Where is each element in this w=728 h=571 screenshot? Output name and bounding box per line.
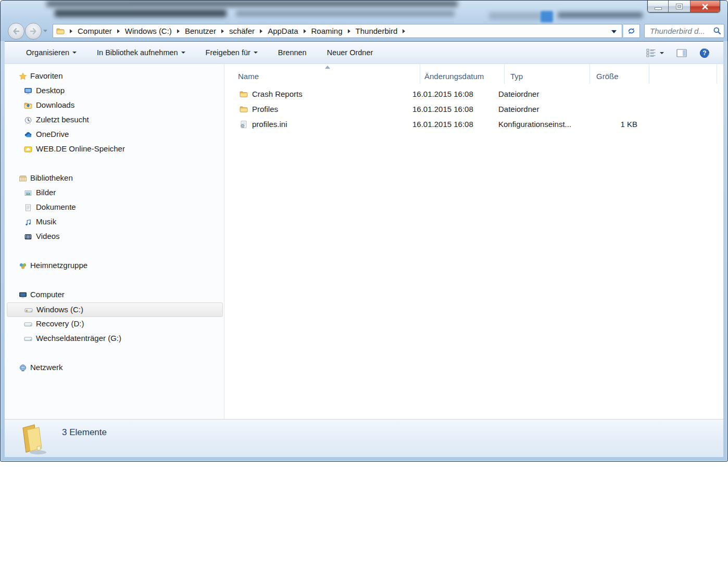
sidebar-item-videos[interactable]: Videos <box>5 230 224 244</box>
sidebar-item-dokumente[interactable]: Dokumente <box>5 200 224 215</box>
sidebar-item-wechseldatenträger-g-[interactable]: Wechseldatenträger (G:) <box>5 332 224 346</box>
breadcrumb-item[interactable]: schäfer <box>228 27 256 35</box>
blurred-background-text <box>558 12 643 18</box>
breadcrumb-item[interactable]: AppData <box>267 27 299 35</box>
computer-icon <box>19 291 27 299</box>
sidebar-item-windows-c-[interactable]: Windows (C:) <box>7 302 223 317</box>
column-header-größe[interactable]: Größe <box>590 64 649 84</box>
sidebar-item-desktop[interactable]: Desktop <box>5 84 224 98</box>
sidebar-section-gap <box>5 273 224 288</box>
sidebar-item-label: Zuletzt besucht <box>36 115 89 124</box>
sidebar-item-onedrive[interactable]: OneDrive <box>5 128 224 142</box>
maximize-button[interactable] <box>669 1 691 12</box>
preview-pane-icon <box>676 48 687 58</box>
sidebar-item-label: Bibliotheken <box>30 173 73 182</box>
history-dropdown-icon[interactable] <box>43 30 47 32</box>
change-view-button[interactable] <box>646 48 664 58</box>
sidebar-item-label: Videos <box>36 232 60 240</box>
search-icon[interactable] <box>713 27 722 35</box>
titlebar[interactable]: ComputerWindows (C:)BenutzerschäferAppDa… <box>1 1 727 41</box>
sidebar-item-label: Dokumente <box>36 202 76 211</box>
file-name: Crash Reports <box>252 90 303 98</box>
toolbar-item[interactable]: Brennen <box>275 46 310 59</box>
column-header-typ[interactable]: Typ <box>505 64 590 84</box>
file-rows: Crash Reports16.01.2015 16:08Dateiordner… <box>225 87 723 132</box>
libraries-icon <box>19 174 27 183</box>
dropdown-caret-icon <box>72 52 77 54</box>
search-input[interactable] <box>649 26 713 36</box>
breadcrumb-separator-icon <box>304 29 306 33</box>
breadcrumb-item[interactable]: Windows (C:) <box>124 27 173 35</box>
sidebar-item-label: Heimnetzgruppe <box>30 261 87 270</box>
sidebar-item-musik[interactable]: Musik <box>5 215 224 230</box>
column-headers: NameÄnderungsdatumTypGröße <box>225 64 723 84</box>
webde-cloud-icon <box>24 145 32 154</box>
back-button[interactable] <box>8 23 24 40</box>
file-name: Profiles <box>252 105 278 113</box>
breadcrumb-separator-icon <box>177 29 180 33</box>
breadcrumb-separator-icon <box>260 29 262 33</box>
breadcrumb-item[interactable]: Computer <box>77 27 113 35</box>
change-view-dropdown-icon <box>660 52 664 54</box>
drive-removable-icon <box>24 335 32 343</box>
breadcrumb-item[interactable]: Roaming <box>310 27 344 35</box>
sidebar-item-web-de-online-speicher[interactable]: WEB.DE Online-Speicher <box>5 142 224 157</box>
address-bar[interactable]: ComputerWindows (C:)BenutzerschäferAppDa… <box>53 24 622 38</box>
videos-icon <box>24 233 32 241</box>
toolbar-item[interactable]: Freigeben für <box>203 46 261 59</box>
sidebar-item-zuletzt-besucht[interactable]: Zuletzt besucht <box>5 113 224 128</box>
preview-pane-button[interactable] <box>676 48 687 58</box>
star-icon <box>19 72 27 81</box>
blurred-background-icons <box>489 12 541 20</box>
address-dropdown-icon[interactable] <box>611 30 617 33</box>
sidebar-item-favoriten[interactable]: Favoriten <box>5 69 224 84</box>
music-icon <box>24 218 32 226</box>
sidebar-section-gap <box>5 244 224 259</box>
blurred-background-window <box>46 1 458 7</box>
file-modified-date: 16.01.2015 16:08 <box>412 90 473 98</box>
close-button[interactable] <box>691 1 720 12</box>
sidebar-item-computer[interactable]: Computer <box>5 288 224 302</box>
item-count: 3 Elemente <box>62 427 107 438</box>
folder-icon <box>240 90 248 98</box>
refresh-button[interactable] <box>623 24 640 38</box>
desktop-background: ComputerWindows (C:)BenutzerschäferAppDa… <box>0 0 728 571</box>
toolbar-right: ? <box>646 42 710 64</box>
big-folder-icon <box>16 422 49 456</box>
sidebar-item-label: Desktop <box>36 86 65 95</box>
sidebar-item-downloads[interactable]: Downloads <box>5 98 224 113</box>
file-row-profiles.ini[interactable]: profiles.ini16.01.2015 16:08Konfiguratio… <box>225 117 723 132</box>
column-header-änderungsdatum[interactable]: Änderungsdatum <box>420 64 505 84</box>
forward-button[interactable] <box>25 23 42 40</box>
explorer-window: ComputerWindows (C:)BenutzerschäferAppDa… <box>0 0 728 462</box>
breadcrumb-item[interactable]: Thunderbird <box>355 27 399 35</box>
toolbar-item[interactable]: Organisieren <box>23 46 80 59</box>
refresh-icon <box>627 27 636 35</box>
breadcrumb-separator-icon <box>70 29 72 33</box>
sidebar-item-bibliotheken[interactable]: Bibliotheken <box>5 171 224 186</box>
minimize-button[interactable] <box>648 1 669 12</box>
toolbar-item[interactable]: Neuer Ordner <box>324 46 376 59</box>
file-row-crash-reports[interactable]: Crash Reports16.01.2015 16:08Dateiordner <box>225 87 723 102</box>
file-row-profiles[interactable]: Profiles16.01.2015 16:08Dateiordner <box>225 102 723 117</box>
sidebar-section-gap <box>5 157 224 171</box>
file-list: NameÄnderungsdatumTypGröße Crash Reports… <box>225 64 723 419</box>
column-header-filler <box>649 64 717 84</box>
toolbar-item[interactable]: In Bibliothek aufnehmen <box>94 46 189 59</box>
sidebar-item-heimnetzgruppe[interactable]: Heimnetzgruppe <box>5 259 224 273</box>
sidebar-item-bilder[interactable]: Bilder <box>5 186 224 200</box>
maximize-icon <box>676 4 682 9</box>
sidebar-section-gap <box>5 346 224 361</box>
sidebar-item-recovery-d-[interactable]: Recovery (D:) <box>5 317 224 332</box>
column-header-name[interactable]: Name <box>225 64 420 84</box>
breadcrumb-separator-icon <box>117 29 120 33</box>
homegroup-icon <box>19 262 27 270</box>
toolbar-item-label: In Bibliothek aufnehmen <box>97 48 178 57</box>
help-button[interactable]: ? <box>699 48 710 58</box>
sidebar-item-label: OneDrive <box>36 130 69 138</box>
file-type: Dateiordner <box>498 105 539 113</box>
blurred-background-text <box>55 9 227 17</box>
breadcrumb-item[interactable]: Benutzer <box>184 27 217 35</box>
sidebar-item-netzwerk[interactable]: Netzwerk <box>5 361 224 375</box>
file-type: Konfigurationseinst... <box>498 120 571 129</box>
